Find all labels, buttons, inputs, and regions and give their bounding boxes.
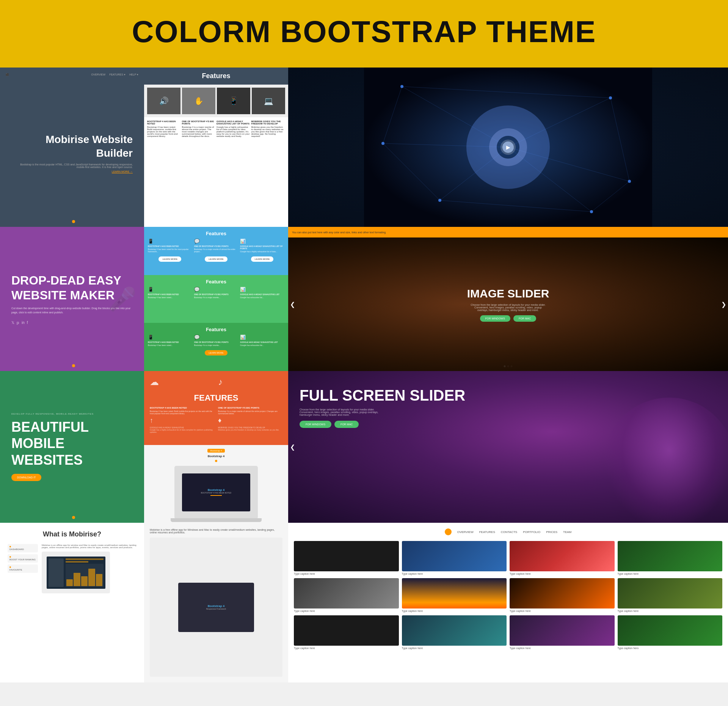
slider-arrow-left[interactable]: ❮ [290, 301, 295, 308]
green1-col-1: 📱 BOOTSTRAP 4 HAS BEEN NOTED Bootstrap 4… [148, 287, 192, 299]
feature-img-2: ✋ [182, 88, 215, 114]
gallery-nav-team[interactable]: TEAM [563, 530, 571, 534]
orange-col-4: ONE OF BOOTSTRAP 4'S BIG POINTS Bootstra… [218, 407, 282, 433]
mobirise-panel: ⬛ OVERVIEW FEATURES ▾ HELP ▾ Mobirise We… [0, 68, 144, 227]
right-column: ▶ You can also put text here with any co… [288, 68, 728, 682]
info-sidebar: DASHBOARD BOOST YOUR RANKING FAVOURITE [8, 544, 38, 593]
slider-arrow-right[interactable]: ❯ [721, 301, 726, 308]
features-green1-title: Features [148, 279, 284, 285]
gallery-grid-row3: Type caption here Type caption here Type… [294, 615, 722, 649]
gallery-img-10[interactable] [402, 615, 507, 646]
orange-icon-3: ↑ [150, 417, 214, 425]
preview-dot [215, 460, 217, 462]
feature-img-3: 📱 [217, 88, 250, 114]
gallery-img-4[interactable] [618, 541, 723, 571]
nav-overview[interactable]: OVERVIEW [91, 73, 106, 76]
orange-col-3: BOOTSTRAP 4 HAS BEEN NOTED Bootstrap 4 h… [150, 407, 214, 433]
gallery-img-3[interactable] [510, 541, 615, 571]
gallery-caption-1: Type caption here [294, 572, 399, 575]
green1-col-2: 💬 ONE OF BOOTSTRAP 4'S BIG POINTS Bootst… [194, 287, 238, 299]
nav-features[interactable]: FEATURES ▾ [109, 73, 126, 76]
teal-dot [72, 516, 75, 519]
learn-more-link[interactable]: LEARN MORE → [11, 170, 133, 173]
features-blue-cols: 📱 BOOTSTRAP 4 HAS BEEN NOTED Bootstrap 4… [148, 239, 284, 253]
gallery-item-8: Type caption here [618, 578, 723, 612]
gallery-img-9[interactable] [294, 615, 399, 646]
green1-icon-1: 📱 [148, 287, 192, 292]
download-button[interactable]: DOWNLOAD IT [11, 474, 41, 481]
green1-icon-2: 💬 [194, 287, 238, 292]
gallery-img-5[interactable] [294, 578, 399, 609]
facebook-icon[interactable]: f [27, 321, 28, 325]
fs-mac-btn[interactable]: FOR MAC [334, 421, 359, 428]
feature-item-3: GOOGLE HAS A HIGHLY EXHAUSTIVE LIST OF P… [217, 120, 251, 137]
social-icons: 𝕏 𝕡 in f [11, 321, 133, 325]
orange-dot-bottom [72, 364, 75, 367]
gallery-img-7[interactable] [510, 578, 615, 609]
windows-btn[interactable]: FOR WINDOWS [480, 315, 510, 322]
gallery-caption-11: Type caption here [510, 647, 615, 649]
mobirise-title: Mobirise Website Builder [11, 133, 133, 160]
instagram-icon[interactable]: in [22, 321, 25, 325]
features-color-blocks: Features 📱 BOOTSTRAP 4 HAS BEEN NOTED Bo… [144, 227, 288, 371]
blue-learn-btn-3[interactable]: LEARN MORE [251, 256, 274, 262]
gallery-caption-7: Type caption here [510, 610, 615, 612]
dashboard-block: DASHBOARD [8, 544, 38, 552]
svg-point-20 [381, 142, 384, 145]
mac-btn[interactable]: FOR MAC [513, 315, 536, 322]
gallery-nav-portfolio[interactable]: PORTFOLIO [523, 530, 540, 534]
gallery-nav-contacts[interactable]: CONTACTS [501, 530, 517, 534]
blue-learn-btn[interactable]: LEARN MORE [158, 256, 181, 262]
right-second-row: You can also put text here with any colo… [288, 227, 728, 371]
laptop-mid-content: Bootstrap 4 Responsive Framework [206, 604, 226, 610]
green2-icon-2: 💬 [194, 335, 238, 340]
feature-img-1: 🔊 [147, 88, 180, 114]
chart-bar-5 [96, 574, 103, 586]
gallery-img-11[interactable] [510, 615, 615, 646]
features-header: Features [144, 68, 288, 85]
fs-arrow-left[interactable]: ❮ [290, 443, 295, 451]
laptop-mini-main [66, 558, 104, 587]
green2-learn-btn[interactable]: LEARN MORE [205, 350, 228, 355]
orange-info-bar: You can also put text here with any colo… [288, 227, 728, 237]
fullscreen-slider-panel: FULL SCREEN SLIDER Choose from the large… [288, 371, 728, 523]
gallery-img-12[interactable] [618, 615, 723, 646]
gallery-caption-9: Type caption here [294, 647, 399, 649]
nav-bar: ⬛ OVERVIEW FEATURES ▾ HELP ▾ [0, 71, 144, 78]
gallery-img-2[interactable] [402, 541, 507, 571]
fs-windows-btn[interactable]: FOR WINDOWS [300, 421, 331, 428]
nav-help[interactable]: HELP ▾ [129, 73, 138, 76]
chart-bar-3 [81, 576, 88, 586]
gallery-nav-overview[interactable]: OVERVIEW [457, 530, 474, 534]
gallery-nav-prices[interactable]: PRICES [546, 530, 557, 534]
blue-learn-btn-2[interactable]: LEARN MORE [205, 256, 228, 262]
laptop-mid-screen: Bootstrap 4 Responsive Framework [178, 583, 254, 632]
twitter-icon[interactable]: 𝕏 [11, 321, 14, 325]
mini-chart [66, 564, 104, 587]
play-button[interactable]: ▶ [500, 140, 516, 155]
gallery-caption-2: Type caption here [402, 572, 507, 575]
slider-title: IMAGE SLIDER [467, 287, 549, 300]
gallery-caption-8: Type caption here [618, 610, 723, 612]
fourth-row-left: What is Mobirise? DASHBOARD BOOST YOUR R… [0, 523, 288, 682]
chart-bar-2 [74, 573, 80, 586]
chart-bar-4 [88, 569, 95, 586]
pinterest-icon[interactable]: 𝕡 [17, 321, 19, 325]
gallery-item-11: Type caption here [510, 615, 615, 649]
blue-btn-wrap: LEARN MORE LEARN MORE LEARN MORE [148, 255, 284, 262]
fullscreen-content: FULL SCREEN SLIDER Choose from the large… [288, 371, 728, 443]
laptop-full-image [42, 552, 110, 593]
gallery-img-6[interactable] [402, 578, 507, 609]
gallery-nav-features[interactable]: FEATURES [479, 530, 495, 534]
gallery-nav-items: OVERVIEW FEATURES CONTACTS PORTFOLIO PRI… [457, 530, 572, 534]
orange-icon-4: ♦ [218, 417, 282, 425]
mobirise-intro: Mobirise is an offline app for window an… [42, 544, 136, 549]
gallery-img-8[interactable] [618, 578, 723, 609]
gallery-item-6: Type caption here [402, 578, 507, 612]
laptop-full-screen [47, 557, 105, 589]
laptop-preview-panel: Bootstrap 4 Bootstrap 4 Bootstrap 4 BOOT… [144, 445, 288, 523]
gallery-img-1[interactable] [294, 541, 399, 571]
features-items: BOOTSTRAP 4 HAS BEEN NOTED Bootstrap 4 h… [144, 117, 288, 140]
gallery-item-12: Typo caption hero [618, 615, 723, 649]
blue-col-1: 📱 BOOTSTRAP 4 HAS BEEN NOTED Bootstrap 4… [148, 239, 192, 253]
